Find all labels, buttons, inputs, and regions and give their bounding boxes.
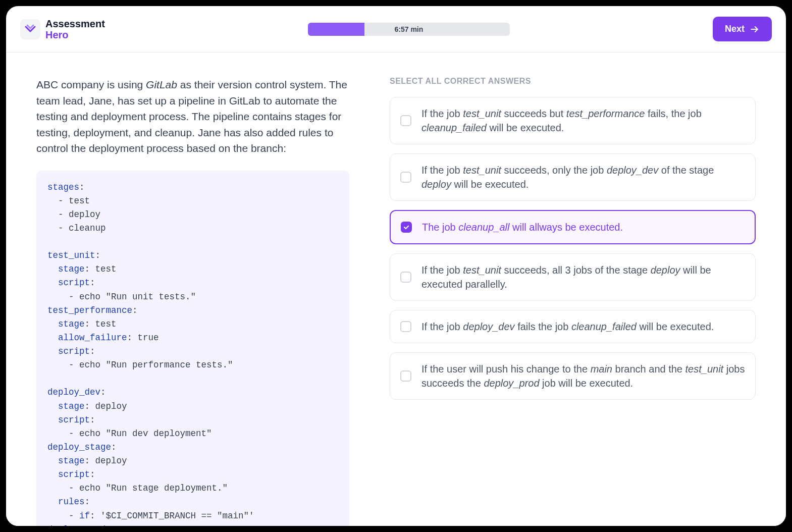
arrow-right-icon xyxy=(750,24,760,34)
answer-text: If the job deploy_dev fails the job clea… xyxy=(421,320,714,334)
brand-line-2: Hero xyxy=(45,29,105,40)
answer-text: If the job test_unit succeeds but test_p… xyxy=(421,107,745,135)
progress-wrap: 6:57 min xyxy=(105,23,713,36)
checkbox[interactable] xyxy=(401,222,412,233)
progress-fill xyxy=(308,23,364,36)
checkbox[interactable] xyxy=(400,115,411,126)
timer-label: 6:57 min xyxy=(395,25,424,33)
answer-text: The job cleanup_all will allways be exec… xyxy=(422,220,623,234)
checkbox[interactable] xyxy=(400,272,411,283)
answers-column: SELECT ALL CORRECT ANSWERS If the job te… xyxy=(390,77,756,502)
progress-bar: 6:57 min xyxy=(308,23,510,36)
checkbox[interactable] xyxy=(400,321,411,332)
answer-option-3[interactable]: If the job test_unit succeeds, all 3 job… xyxy=(390,253,756,301)
check-icon xyxy=(403,224,410,231)
checkbox[interactable] xyxy=(400,370,411,382)
answer-text: If the user will push his change to the … xyxy=(421,362,745,390)
next-button[interactable]: Next xyxy=(713,17,772,41)
logo: Assessment Hero xyxy=(20,18,105,40)
answer-option-0[interactable]: If the job test_unit succeeds but test_p… xyxy=(390,97,756,144)
header: Assessment Hero 6:57 min Next xyxy=(6,6,786,52)
content: ABC company is using GitLab as their ver… xyxy=(6,52,786,526)
checkbox[interactable] xyxy=(400,172,411,183)
question-column: ABC company is using GitLab as their ver… xyxy=(36,77,349,502)
question-text: ABC company is using GitLab as their ver… xyxy=(36,77,349,156)
logo-text: Assessment Hero xyxy=(45,18,105,40)
answers-heading: SELECT ALL CORRECT ANSWERS xyxy=(390,77,756,86)
answer-option-4[interactable]: If the job deploy_dev fails the job clea… xyxy=(390,310,756,343)
answer-option-5[interactable]: If the user will push his change to the … xyxy=(390,352,756,400)
answer-text: If the job test_unit succeeds, all 3 job… xyxy=(421,263,745,291)
answer-option-1[interactable]: If the job test_unit succeeds, only the … xyxy=(390,153,756,201)
next-button-label: Next xyxy=(725,24,745,34)
logo-icon xyxy=(20,19,40,39)
answer-option-2[interactable]: The job cleanup_all will allways be exec… xyxy=(390,210,756,244)
brand-line-1: Assessment xyxy=(45,18,105,29)
answers-list: If the job test_unit succeeds but test_p… xyxy=(390,97,756,400)
answer-text: If the job test_unit succeeds, only the … xyxy=(421,163,745,191)
code-block: stages: - test - deploy - cleanup test_u… xyxy=(36,171,349,526)
app-frame: Assessment Hero 6:57 min Next ABC compan… xyxy=(6,6,786,526)
